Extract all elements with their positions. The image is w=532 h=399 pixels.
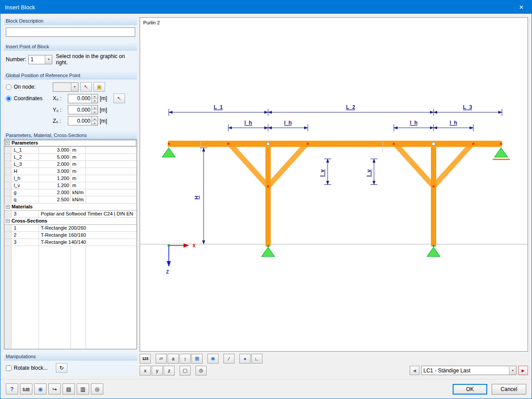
param-value[interactable]: 1.200 bbox=[39, 175, 71, 182]
roller-support bbox=[494, 148, 508, 157]
table-row[interactable]: L_2 5.000 m bbox=[4, 154, 137, 161]
graphics-viewport[interactable]: Purlin 2 bbox=[140, 17, 528, 352]
view-z-button[interactable]: z bbox=[164, 366, 175, 376]
section-description[interactable]: T-Rectangle 140/140 bbox=[39, 239, 137, 246]
table-row[interactable]: q 2.500 kN/m bbox=[4, 196, 137, 203]
new-node-button[interactable]: ▣ bbox=[94, 82, 105, 92]
units-button[interactable]: ◉ bbox=[34, 383, 47, 395]
cancel-button[interactable]: Cancel bbox=[492, 384, 526, 395]
section-description[interactable]: T-Rectangle 200/260 bbox=[39, 225, 137, 231]
rotate-settings-button[interactable]: ↻ bbox=[56, 363, 67, 373]
text-size-button[interactable]: a bbox=[168, 354, 179, 364]
select-node-hint: Select node in the graphic on right. bbox=[56, 53, 135, 66]
y0-input[interactable] bbox=[68, 106, 91, 114]
dimension-lines-button[interactable]: ↕ bbox=[180, 354, 191, 364]
decimals-icon: 0.00 bbox=[23, 387, 30, 391]
table-row[interactable]: g 2.000 kN/m bbox=[4, 189, 137, 196]
param-value[interactable]: 1.200 bbox=[39, 182, 71, 189]
x0-input[interactable] bbox=[68, 94, 91, 103]
table-group-row[interactable]: − Cross-Sections bbox=[4, 218, 137, 225]
row-handle bbox=[4, 175, 12, 182]
section-description[interactable]: T-Rectangle 160/160 bbox=[39, 232, 137, 239]
table-row[interactable]: 1 T-Rectangle 200/260 bbox=[4, 225, 137, 232]
frame-members[interactable] bbox=[168, 141, 502, 246]
load-case-combo[interactable]: LC1 - Ständige Last ▼ bbox=[421, 366, 516, 375]
collapse-icon[interactable]: − bbox=[6, 205, 10, 209]
paste-parameters-button[interactable]: ▥ bbox=[77, 383, 89, 395]
next-load-case-button[interactable]: ▶ bbox=[518, 366, 528, 375]
param-unit: kN/m bbox=[71, 189, 86, 196]
table-row[interactable]: 2 T-Rectangle 160/160 bbox=[4, 232, 137, 239]
table-row[interactable]: L_1 3.000 m bbox=[4, 147, 137, 154]
node-marker bbox=[307, 143, 309, 145]
material-description[interactable]: Poplar and Softwood Timber C24 | DIN EN bbox=[39, 211, 137, 217]
block-description-input[interactable] bbox=[6, 27, 135, 37]
on-node-radio[interactable] bbox=[6, 84, 12, 90]
number-combo[interactable]: 1 ▼ bbox=[28, 55, 52, 64]
collapse-icon[interactable]: − bbox=[6, 141, 10, 145]
copy-parameters-button[interactable]: ▤ bbox=[63, 383, 75, 395]
row-handle bbox=[4, 239, 12, 246]
render-button[interactable]: ▦ bbox=[192, 354, 203, 364]
table-group-row[interactable]: − Materials bbox=[4, 203, 137, 211]
help-button[interactable]: ? bbox=[6, 383, 18, 395]
param-name: H bbox=[12, 168, 39, 175]
nodes[interactable] bbox=[168, 142, 502, 247]
on-node-option[interactable]: On node: bbox=[6, 84, 35, 90]
collapse-icon[interactable]: − bbox=[6, 219, 10, 223]
y0-unit: [m] bbox=[100, 107, 107, 113]
z0-spin-up-button[interactable]: ▲ bbox=[92, 117, 98, 121]
rotate-block-option[interactable]: Rotate block... bbox=[6, 365, 48, 371]
isometric-view-button[interactable]: ▱ bbox=[156, 354, 167, 364]
wireframe-button[interactable]: ▢ bbox=[180, 366, 191, 376]
param-value[interactable]: 3.000 bbox=[39, 147, 71, 153]
x0-spin-up-button[interactable]: ▲ bbox=[92, 94, 98, 98]
numbering-button[interactable]: 123 bbox=[140, 354, 151, 364]
y0-spin-down-button[interactable]: ▼ bbox=[92, 110, 98, 114]
dialog-title: Insert Block bbox=[5, 4, 35, 11]
coordinates-option[interactable]: Coordinates bbox=[6, 95, 43, 102]
table-row[interactable]: l_v 1.200 m bbox=[4, 182, 137, 189]
pick-point-button[interactable]: ↖ bbox=[113, 94, 125, 103]
table-row[interactable]: 3 T-Rectangle 140/140 bbox=[4, 239, 137, 246]
rotate-block-checkbox[interactable] bbox=[6, 365, 12, 371]
angle-button[interactable]: ∟ bbox=[251, 354, 262, 364]
param-name: l_h bbox=[12, 175, 39, 182]
y0-spin-up-button[interactable]: ▲ bbox=[92, 106, 98, 110]
table-row[interactable]: 3 Poplar and Softwood Timber C24 | DIN E… bbox=[4, 211, 137, 218]
z0-unit: [m] bbox=[100, 118, 107, 124]
pick-node-button[interactable]: ↖ bbox=[80, 82, 92, 92]
solid-model-button[interactable]: ● bbox=[239, 354, 250, 364]
group-label: Cross-Sections bbox=[12, 218, 47, 224]
z0-input[interactable] bbox=[68, 117, 91, 125]
on-node-label: On node: bbox=[14, 84, 35, 90]
decimal-places-button[interactable]: 0.00 bbox=[20, 383, 32, 395]
details-button[interactable]: ◎ bbox=[91, 383, 103, 395]
param-value[interactable]: 2.500 bbox=[39, 196, 71, 203]
table-row[interactable]: l_h 1.200 m bbox=[4, 175, 137, 182]
view-y-button[interactable]: y bbox=[152, 366, 163, 376]
table-group-row[interactable]: − Parameters bbox=[4, 140, 137, 147]
param-value[interactable]: 3.000 bbox=[39, 168, 71, 175]
param-value[interactable]: 2.000 bbox=[39, 161, 71, 168]
close-button[interactable]: ✕ bbox=[511, 0, 532, 14]
coordinates-radio[interactable] bbox=[6, 96, 12, 102]
x0-spin-down-button[interactable]: ▼ bbox=[92, 98, 98, 103]
row-handle bbox=[4, 225, 12, 231]
import-block-button[interactable]: ↪ bbox=[48, 383, 61, 395]
previous-load-case-button[interactable]: ◀ bbox=[410, 366, 419, 375]
section-button[interactable]: ∕ bbox=[223, 354, 235, 364]
column-support bbox=[262, 247, 275, 257]
visibility-button[interactable]: ◉ bbox=[207, 354, 219, 364]
dim-label-lh: l_h bbox=[450, 120, 457, 126]
table-row[interactable]: H 3.000 m bbox=[4, 168, 137, 175]
row-handle bbox=[4, 196, 12, 203]
z0-spin-down-button[interactable]: ▼ bbox=[92, 121, 98, 125]
render-icon: ▦ bbox=[195, 356, 199, 361]
param-value[interactable]: 2.000 bbox=[39, 189, 71, 196]
table-row[interactable]: L_3 2.000 m bbox=[4, 161, 137, 168]
param-value[interactable]: 5.000 bbox=[39, 154, 71, 160]
view-x-button[interactable]: x bbox=[140, 366, 151, 376]
ok-button[interactable]: OK bbox=[453, 384, 487, 395]
zoom-reset-button[interactable]: ◎ bbox=[196, 366, 207, 376]
